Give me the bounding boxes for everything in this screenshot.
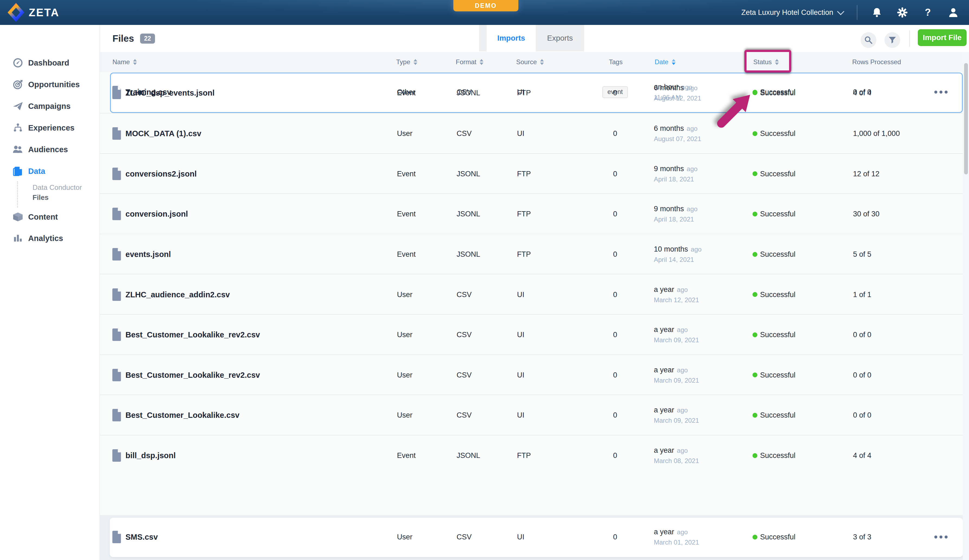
- scrollbar-thumb[interactable]: [964, 63, 968, 174]
- zeta-diamond-icon: [8, 3, 24, 22]
- table-row[interactable]: Best_Customer_Lookalike.csvUserCSVUI0a y…: [100, 395, 963, 435]
- file-name: Best_Customer_Lookalike.csv: [125, 411, 240, 420]
- table-row[interactable]: SMS.csvUserCSVUI0a yearagoMarch 01, 2021…: [100, 517, 963, 557]
- data-files-icon: [12, 166, 23, 176]
- table-row[interactable]: Best_Customer_Lookalike_rev2.csvUserCSVU…: [100, 354, 963, 395]
- filter-button[interactable]: [884, 32, 900, 48]
- sidebar-item-experiences[interactable]: Experiences: [0, 120, 100, 136]
- rows-processed: 0 of 0: [853, 411, 871, 419]
- table-row[interactable]: ZLHC_audience_addin2.csvUserCSVUI0a year…: [100, 274, 963, 315]
- rows-processed: 1,000 of 1,000: [853, 130, 900, 138]
- column-header-format[interactable]: Format: [456, 52, 483, 72]
- rows-processed: 30 of 30: [853, 210, 879, 218]
- file-format: CSV: [456, 411, 472, 419]
- file-tags: 0: [596, 88, 634, 97]
- account-switcher[interactable]: Zeta Luxury Hotel Collection: [741, 8, 843, 17]
- workflow-icon: [12, 122, 23, 133]
- page-title: Files: [112, 33, 134, 44]
- file-tags: 0: [596, 210, 634, 218]
- table-row[interactable]: conversions2.jsonlEventJSONLFTP09 months…: [100, 153, 963, 194]
- zeta-logo[interactable]: ZETA: [8, 3, 59, 22]
- column-header-source[interactable]: Source: [516, 52, 544, 72]
- file-name: MOCK_DATA (1).csv: [125, 129, 201, 138]
- search-button[interactable]: [861, 32, 876, 48]
- row-actions-button[interactable]: [927, 536, 954, 538]
- column-header-name[interactable]: Name: [112, 52, 137, 72]
- sidebar-item-dashboard[interactable]: Dashboard: [0, 55, 100, 71]
- search-icon: [864, 35, 873, 45]
- table-row[interactable]: MOCK_DATA (1).csvUserCSVUI06 monthsagoAu…: [100, 113, 963, 154]
- table-row[interactable]: ZLHC_dsp_events.jsonlEventJSONLFTP06 mon…: [100, 73, 963, 113]
- rows-processed: 0 of 0: [853, 331, 871, 339]
- app-window: ZETA DEMO Zeta Luxury Hotel Collection: [0, 0, 969, 560]
- status-dot-icon: [753, 413, 758, 417]
- file-tags: 0: [596, 130, 634, 138]
- files-count-badge: 22: [140, 33, 155, 43]
- file-name: bill_dsp.jsonl: [125, 451, 176, 460]
- file-format: CSV: [456, 533, 472, 541]
- rows-processed: 1 of 1: [853, 290, 871, 299]
- subnav-connector: [17, 181, 18, 208]
- status-dot-icon: [753, 292, 758, 297]
- annotation-arrow-icon: [704, 85, 761, 142]
- file-icon: [112, 127, 122, 140]
- file-tags: 0: [596, 533, 634, 541]
- file-icon: [112, 530, 122, 543]
- sidebar-item-campaigns[interactable]: Campaigns: [0, 98, 100, 114]
- user-icon: [947, 7, 959, 18]
- file-name: conversions2.jsonl: [125, 169, 197, 178]
- file-name: conversion.jsonl: [125, 209, 188, 219]
- chevron-down-icon: [837, 8, 844, 15]
- column-header-rows-processed[interactable]: Rows Processed: [852, 52, 901, 72]
- file-icon: [112, 86, 122, 100]
- cube-icon: [12, 211, 23, 222]
- help-button[interactable]: ?: [922, 7, 934, 18]
- file-type: User: [397, 130, 413, 138]
- tab-imports[interactable]: Imports: [487, 25, 536, 52]
- user-menu-button[interactable]: [947, 7, 959, 18]
- account-name: Zeta Luxury Hotel Collection: [741, 8, 833, 17]
- file-source: UI: [517, 290, 524, 299]
- file-date: 10 monthsagoApril 14, 2021: [654, 245, 701, 264]
- status-dot-icon: [753, 453, 758, 458]
- sort-icon: [540, 59, 544, 65]
- file-type: User: [397, 371, 413, 379]
- sidebar-item-data[interactable]: Data: [0, 163, 100, 179]
- table-row[interactable]: Best_Customer_Lookalike_rev2.csvUserCSVU…: [100, 314, 963, 355]
- file-format: CSV: [456, 331, 472, 339]
- notifications-button[interactable]: [871, 7, 883, 18]
- target-icon: [12, 79, 23, 90]
- rows-processed: 5 of 5: [853, 250, 871, 259]
- file-format: CSV: [456, 290, 472, 299]
- sidebar-item-analytics[interactable]: Analytics: [0, 230, 100, 246]
- status-dot-icon: [753, 372, 758, 377]
- table-row[interactable]: bill_dsp.jsonlEventJSONLFTP0a yearagoMar…: [100, 435, 963, 476]
- tab-exports[interactable]: Exports: [536, 25, 584, 52]
- sidebar-item-opportunities[interactable]: Opportunities: [0, 76, 100, 93]
- file-status: Successful: [753, 371, 796, 379]
- sidebar: Dashboard Opportunities Campaigns Experi…: [0, 25, 100, 560]
- table-row[interactable]: conversion.jsonlEventJSONLFTP09 monthsag…: [100, 193, 963, 234]
- people-icon: [12, 144, 23, 155]
- tab-group-leading: [479, 25, 487, 52]
- file-source: UI: [517, 533, 524, 541]
- sidebar-item-audiences[interactable]: Audiences: [0, 141, 100, 158]
- file-icon: [112, 369, 122, 382]
- bell-icon: [871, 7, 882, 18]
- main-content: Files 22 Imports Exports Import File: [100, 25, 969, 560]
- file-tags: 0: [596, 371, 634, 379]
- file-source: UI: [517, 130, 524, 138]
- column-header-tags[interactable]: Tags: [609, 52, 623, 72]
- file-name: Best_Customer_Lookalike_rev2.csv: [125, 371, 260, 379]
- import-file-button[interactable]: Import File: [918, 29, 967, 46]
- table-row[interactable]: events.jsonlEventJSONLFTP010 monthsagoAp…: [100, 234, 963, 274]
- scrollbar-track[interactable]: [963, 52, 969, 560]
- column-header-type[interactable]: Type: [396, 52, 417, 72]
- file-icon: [112, 208, 122, 221]
- sidebar-item-files[interactable]: Files: [33, 191, 48, 203]
- settings-button[interactable]: [896, 7, 908, 18]
- brand-name: ZETA: [29, 3, 59, 22]
- sort-icon: [672, 59, 676, 65]
- column-header-date[interactable]: Date: [655, 52, 676, 72]
- sidebar-item-content[interactable]: Content: [0, 209, 100, 225]
